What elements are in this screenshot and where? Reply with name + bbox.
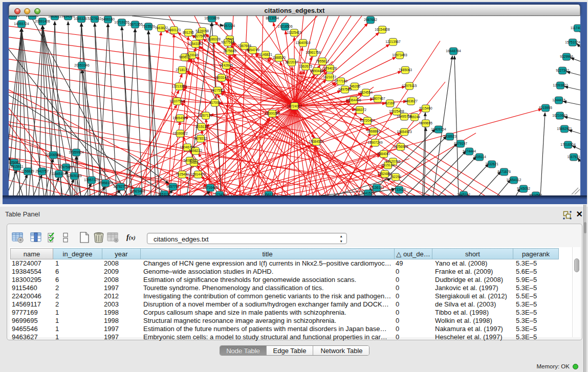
svg-text:15720407: 15720407 bbox=[360, 119, 375, 122]
svg-text:12213389: 12213389 bbox=[171, 84, 187, 88]
svg-text:2945162: 2945162 bbox=[457, 193, 470, 195]
svg-text:90975867: 90975867 bbox=[58, 165, 74, 169]
svg-text:2845193: 2845193 bbox=[9, 16, 19, 17]
svg-text:9777169: 9777169 bbox=[334, 79, 347, 83]
svg-text:2087682: 2087682 bbox=[364, 18, 377, 21]
svg-text:1588520: 1588520 bbox=[272, 56, 286, 59]
svg-text:8454749: 8454749 bbox=[246, 48, 259, 52]
svg-text:5938923: 5938923 bbox=[443, 135, 456, 138]
svg-text:9327500: 9327500 bbox=[193, 34, 206, 38]
svg-text:9489: 9489 bbox=[190, 161, 198, 164]
svg-text:14055724: 14055724 bbox=[14, 22, 29, 26]
svg-text:7955812: 7955812 bbox=[316, 59, 329, 63]
svg-text:16671355: 16671355 bbox=[127, 23, 143, 26]
svg-text:746266: 746266 bbox=[349, 84, 360, 88]
svg-text:2803144: 2803144 bbox=[215, 76, 228, 79]
svg-text:15716485: 15716485 bbox=[203, 186, 218, 189]
svg-text:6497568: 6497568 bbox=[338, 87, 352, 91]
svg-text:7357224: 7357224 bbox=[222, 24, 235, 28]
svg-text:1083612: 1083612 bbox=[48, 16, 61, 18]
svg-text:835061: 835061 bbox=[9, 161, 20, 164]
svg-text:10958107: 10958107 bbox=[98, 181, 113, 185]
svg-text:9641523: 9641523 bbox=[361, 191, 375, 195]
svg-text:1068860: 1068860 bbox=[367, 129, 380, 133]
svg-text:1244415: 1244415 bbox=[552, 98, 565, 102]
svg-text:891295: 891295 bbox=[183, 31, 194, 34]
svg-text:12923446: 12923446 bbox=[130, 189, 145, 193]
svg-text:3915911: 3915911 bbox=[10, 165, 24, 168]
svg-text:7386372: 7386372 bbox=[353, 108, 366, 112]
svg-text:7663822: 7663822 bbox=[155, 26, 168, 30]
svg-text:20206576: 20206576 bbox=[46, 153, 61, 157]
svg-text:16782759: 16782759 bbox=[113, 185, 128, 188]
svg-text:1167531: 1167531 bbox=[567, 155, 580, 159]
svg-text:1615132: 1615132 bbox=[381, 163, 395, 167]
svg-text:20364436: 20364436 bbox=[346, 98, 361, 102]
svg-text:3267130: 3267130 bbox=[199, 114, 212, 117]
svg-text:5498222: 5498222 bbox=[189, 149, 202, 152]
svg-text:18300295: 18300295 bbox=[265, 112, 280, 115]
svg-text:1362615: 1362615 bbox=[299, 64, 312, 68]
svg-text:5226058: 5226058 bbox=[195, 29, 209, 33]
svg-text:16961758: 16961758 bbox=[306, 51, 321, 54]
svg-text:13640910: 13640910 bbox=[295, 41, 311, 45]
svg-text:17957225: 17957225 bbox=[84, 178, 99, 182]
svg-text:19654921: 19654921 bbox=[172, 116, 188, 120]
svg-text:7632621: 7632621 bbox=[485, 162, 498, 166]
svg-text:12213967: 12213967 bbox=[385, 40, 401, 43]
svg-text:9227342: 9227342 bbox=[556, 69, 569, 72]
svg-text:1621072: 1621072 bbox=[323, 75, 336, 79]
svg-text:817006: 817006 bbox=[209, 101, 221, 104]
svg-text:8974561: 8974561 bbox=[529, 193, 542, 195]
svg-text:2718170: 2718170 bbox=[176, 68, 189, 72]
svg-text:12975115: 12975115 bbox=[402, 84, 417, 87]
svg-text:1190542: 1190542 bbox=[26, 16, 39, 17]
svg-text:9329966: 9329966 bbox=[560, 55, 573, 58]
svg-text:1733426: 1733426 bbox=[393, 188, 406, 191]
svg-text:5878332: 5878332 bbox=[194, 137, 207, 140]
svg-text:11645194: 11645194 bbox=[52, 172, 67, 176]
svg-text:17359924: 17359924 bbox=[69, 150, 84, 154]
svg-text:9146821: 9146821 bbox=[259, 53, 272, 56]
svg-text:16409154: 16409154 bbox=[431, 127, 446, 131]
svg-text:19654923: 19654923 bbox=[397, 130, 412, 134]
svg-text:1527602: 1527602 bbox=[88, 17, 101, 20]
svg-text:18907249: 18907249 bbox=[367, 141, 383, 144]
svg-text:19166822: 19166822 bbox=[172, 132, 188, 135]
svg-text:9242845: 9242845 bbox=[220, 63, 233, 67]
svg-text:8427552: 8427552 bbox=[211, 89, 224, 92]
svg-text:10120746: 10120746 bbox=[385, 160, 401, 163]
svg-text:6466160: 6466160 bbox=[101, 17, 115, 21]
svg-text:759244: 759244 bbox=[409, 115, 420, 119]
svg-text:11325419: 11325419 bbox=[287, 31, 302, 34]
svg-text:8660123: 8660123 bbox=[167, 28, 181, 32]
svg-text:62160: 62160 bbox=[385, 101, 395, 105]
svg-text:15751074: 15751074 bbox=[565, 40, 580, 44]
svg-text:1273456: 1273456 bbox=[213, 193, 226, 195]
svg-text:16033809: 16033809 bbox=[204, 16, 220, 20]
svg-text:8356124: 8356124 bbox=[262, 193, 275, 195]
svg-text:20053346: 20053346 bbox=[74, 63, 90, 67]
svg-text:8990448: 8990448 bbox=[310, 69, 323, 73]
svg-text:11174084: 11174084 bbox=[571, 26, 580, 30]
svg-text:9463627: 9463627 bbox=[404, 99, 418, 103]
svg-text:7625402: 7625402 bbox=[176, 172, 189, 176]
svg-text:6379197: 6379197 bbox=[454, 142, 467, 145]
svg-text:16154808: 16154808 bbox=[375, 28, 390, 31]
svg-text:16914479: 16914479 bbox=[190, 172, 206, 176]
svg-text:10654112: 10654112 bbox=[507, 178, 521, 182]
svg-text:16107553: 16107553 bbox=[169, 99, 185, 103]
svg-text:17016504: 17016504 bbox=[560, 143, 576, 146]
svg-text:9327508: 9327508 bbox=[221, 40, 234, 44]
svg-text:2942757: 2942757 bbox=[35, 169, 49, 173]
svg-text:9699695: 9699695 bbox=[419, 121, 432, 125]
svg-text:10973493: 10973493 bbox=[392, 53, 407, 57]
svg-text:16648784: 16648784 bbox=[446, 49, 461, 53]
svg-text:19384554: 19384554 bbox=[309, 140, 324, 143]
svg-text:2935114: 2935114 bbox=[473, 155, 486, 159]
svg-text:252254: 252254 bbox=[390, 175, 401, 179]
svg-text:9651132: 9651132 bbox=[158, 192, 171, 195]
svg-text:2367608: 2367608 bbox=[238, 44, 251, 48]
svg-text:12505185: 12505185 bbox=[67, 174, 82, 178]
svg-text:3875685: 3875685 bbox=[223, 49, 236, 53]
